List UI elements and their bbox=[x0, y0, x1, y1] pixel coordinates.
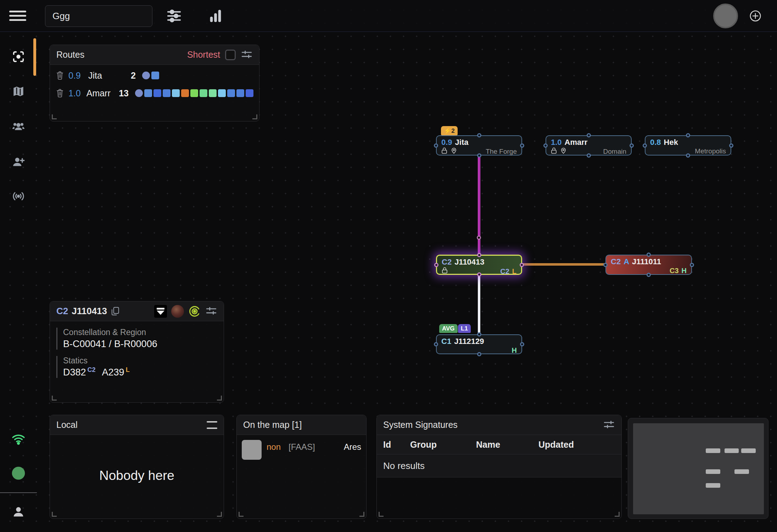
resize-corner[interactable] bbox=[52, 512, 57, 517]
handle[interactable] bbox=[587, 153, 591, 158]
minimap-viewport[interactable] bbox=[633, 423, 764, 514]
handle[interactable] bbox=[647, 273, 651, 277]
handle[interactable] bbox=[520, 263, 524, 267]
signatures-title: System Signatures bbox=[383, 420, 458, 430]
column-group[interactable]: Group bbox=[410, 440, 476, 450]
static-class: C2 bbox=[88, 366, 96, 374]
resize-corner[interactable] bbox=[359, 512, 364, 517]
resize-corner[interactable] bbox=[379, 512, 384, 517]
left-sidebar bbox=[0, 32, 37, 532]
resize-corner[interactable] bbox=[52, 114, 57, 119]
map-settings-sliders-icon[interactable] bbox=[166, 8, 182, 24]
zkill-target-icon[interactable] bbox=[188, 305, 201, 318]
handle[interactable] bbox=[477, 133, 481, 137]
jita-security: 0.9 bbox=[441, 138, 452, 147]
column-updated[interactable]: Updated bbox=[538, 440, 574, 450]
route-mode-label[interactable]: Shortest bbox=[187, 50, 220, 60]
location-pin-icon bbox=[560, 147, 566, 156]
node-amarr[interactable]: 1.0 Amarr Domain bbox=[546, 135, 632, 155]
local-empty-message: Nobody here bbox=[50, 468, 224, 483]
broadcast-icon[interactable] bbox=[11, 189, 26, 203]
resize-corner[interactable] bbox=[217, 396, 222, 401]
handle[interactable] bbox=[690, 263, 694, 267]
handle[interactable] bbox=[543, 143, 548, 148]
amarr-name: Amarr bbox=[565, 138, 588, 147]
user-avatar[interactable] bbox=[713, 4, 738, 28]
handle[interactable] bbox=[686, 153, 690, 158]
route-destination: Jita bbox=[88, 70, 118, 81]
handle[interactable] bbox=[643, 143, 647, 148]
handle[interactable] bbox=[477, 272, 481, 277]
node-jita[interactable]: 0.9 Jita The Forge bbox=[436, 135, 522, 155]
lock-icon bbox=[442, 267, 448, 276]
route-row-jita[interactable]: 0.9 Jita 2 bbox=[56, 68, 253, 83]
system-settings-sliders-icon[interactable] bbox=[205, 305, 217, 317]
resize-corner[interactable] bbox=[52, 396, 57, 401]
column-name[interactable]: Name bbox=[476, 440, 538, 450]
node-j112129[interactable]: C1 J112129 H bbox=[436, 334, 522, 354]
activity-chart-icon[interactable] bbox=[207, 8, 224, 24]
map-name-select[interactable]: Ggg bbox=[45, 5, 152, 27]
handle[interactable] bbox=[434, 143, 438, 148]
delete-route-icon[interactable] bbox=[56, 71, 64, 80]
j112129-class: C1 bbox=[441, 337, 451, 346]
node-j111011[interactable]: C2 A J111011 C3 H bbox=[605, 255, 692, 275]
minimap-node bbox=[725, 448, 738, 453]
j112129-l1-badge: L1 bbox=[458, 324, 471, 333]
profile-icon[interactable] bbox=[11, 505, 26, 519]
handle[interactable] bbox=[729, 143, 733, 148]
resize-corner[interactable] bbox=[615, 512, 620, 517]
handle[interactable] bbox=[520, 342, 524, 346]
handle[interactable] bbox=[603, 263, 608, 267]
handle[interactable] bbox=[477, 352, 481, 356]
characters-icon[interactable] bbox=[11, 120, 26, 134]
resize-corner[interactable] bbox=[217, 512, 222, 517]
system-class: C2 bbox=[56, 306, 68, 317]
node-hek[interactable]: 0.8 Hek Metropolis bbox=[645, 135, 731, 155]
handle[interactable] bbox=[587, 133, 591, 137]
handle[interactable] bbox=[477, 253, 481, 257]
delete-route-icon[interactable] bbox=[56, 89, 64, 98]
j111011-class: C2 bbox=[611, 257, 621, 266]
pilot-row[interactable]: non [FAAS] Ares bbox=[242, 440, 361, 460]
handle[interactable] bbox=[686, 133, 690, 137]
add-pilot-icon[interactable] bbox=[11, 155, 26, 169]
character-portrait[interactable] bbox=[171, 305, 184, 318]
signatures-column-headers[interactable]: Id Group Name Updated bbox=[377, 435, 621, 454]
handle[interactable] bbox=[434, 342, 438, 346]
handle[interactable] bbox=[434, 263, 438, 267]
jita-name: Jita bbox=[455, 138, 469, 147]
add-character-icon[interactable] bbox=[749, 10, 761, 22]
hek-name: Hek bbox=[664, 138, 678, 147]
route-hop-square bbox=[163, 89, 171, 97]
handle[interactable] bbox=[477, 332, 481, 336]
j112129-name: J112129 bbox=[454, 337, 484, 346]
constellation-label: Constellation & Region bbox=[63, 328, 224, 337]
j111011-static-class: C3 bbox=[670, 267, 679, 275]
resize-corner[interactable] bbox=[252, 114, 257, 119]
local-menu-icon[interactable] bbox=[207, 421, 217, 429]
maps-icon[interactable] bbox=[11, 84, 26, 98]
column-id[interactable]: Id bbox=[377, 440, 410, 450]
handle[interactable] bbox=[520, 143, 524, 148]
focus-map-icon[interactable] bbox=[11, 50, 26, 64]
route-row-amarr[interactable]: 1.0 Amarr 13 bbox=[56, 86, 253, 100]
edge-c2-j111011[interactable] bbox=[522, 263, 605, 266]
signatures-settings-sliders-icon[interactable] bbox=[603, 419, 615, 431]
route-mode-checkbox[interactable] bbox=[225, 50, 236, 60]
minimap-panel[interactable] bbox=[628, 418, 768, 519]
node-j110413[interactable]: C2 J110413 C2 L bbox=[436, 255, 522, 275]
routes-settings-sliders-icon[interactable] bbox=[241, 49, 253, 61]
copy-icon[interactable] bbox=[111, 306, 120, 316]
edge-jita-c2-marker bbox=[477, 236, 481, 240]
handle[interactable] bbox=[477, 153, 481, 158]
handle[interactable] bbox=[630, 143, 634, 148]
amarr-region: Domain bbox=[603, 148, 626, 155]
handle[interactable] bbox=[647, 253, 651, 257]
edge-c2-c1[interactable] bbox=[478, 274, 480, 334]
resize-corner[interactable] bbox=[239, 512, 244, 517]
connection-wifi-icon bbox=[11, 432, 26, 446]
edge-jita-c2[interactable] bbox=[478, 155, 480, 255]
map-canvas[interactable]: ⚡2 0.9 Jita The Forge 1.0 Amarr bbox=[0, 0, 777, 532]
menu-icon[interactable] bbox=[9, 8, 26, 24]
